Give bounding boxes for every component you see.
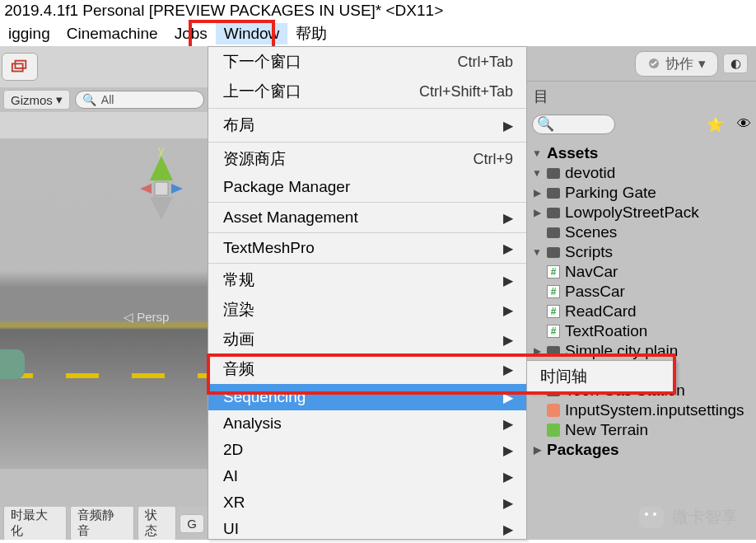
panel-extra-button[interactable]: ◐: [723, 54, 748, 73]
road-line: [0, 373, 208, 378]
scene-search-input[interactable]: 🔍 All: [75, 91, 204, 109]
axis-y-label: y: [158, 143, 165, 157]
tree-navcar[interactable]: #NavCar: [532, 262, 756, 282]
car-model: [0, 349, 25, 379]
tree-passcar[interactable]: #PassCar: [532, 282, 756, 302]
menu-help[interactable]: 帮助: [287, 21, 335, 46]
chevron-right-icon: ▶: [503, 495, 513, 511]
scene-viewport[interactable]: y ◁ Persp: [0, 138, 208, 469]
chevron-right-icon: ▶: [503, 390, 513, 405]
csharp-icon: #: [547, 285, 560, 298]
menu-sequencing[interactable]: Sequencing▶: [208, 384, 526, 410]
chevron-right-icon: ▶: [503, 332, 513, 348]
menu-jobs[interactable]: Jobs: [166, 23, 216, 44]
filter-favorites-icon[interactable]: ⭐: [707, 116, 724, 133]
tree-parking-gate[interactable]: ▶Parking Gate: [532, 183, 756, 203]
status-button[interactable]: 状态: [138, 507, 177, 540]
svg-marker-5: [171, 184, 183, 194]
window-title: 2019.4.1f1 Personal [PREVIEW PACKAGES IN…: [4, 2, 443, 19]
tree-readcard[interactable]: #ReadCard: [532, 302, 756, 321]
tree-lowpoly[interactable]: ▶LowpolyStreetPack: [532, 203, 756, 222]
menu-textmeshpro[interactable]: TextMeshPro▶: [208, 235, 526, 261]
svg-marker-2: [150, 156, 173, 180]
tree-textroation[interactable]: #TextRoation: [532, 321, 756, 341]
chevron-down-icon: ▾: [56, 92, 63, 107]
panel-title-placeholder: 目: [534, 87, 548, 106]
folder-icon: [547, 208, 560, 218]
menu-general[interactable]: 常规▶: [208, 265, 526, 295]
settings-asset-icon: [547, 404, 560, 417]
g-button[interactable]: G: [180, 514, 204, 533]
watermark: 微卡智享: [639, 506, 738, 528]
menu-animation[interactable]: 动画▶: [208, 325, 526, 354]
csharp-icon: #: [547, 305, 560, 318]
maximize-button[interactable]: 时最大化: [3, 507, 67, 540]
chevron-right-icon: ▶: [503, 210, 513, 226]
tree-devotid[interactable]: ▼devotid: [532, 163, 756, 183]
menu-rigging[interactable]: igging: [0, 23, 58, 44]
chevron-right-icon: ▶: [503, 362, 513, 377]
menu-prev-window[interactable]: 上一个窗口Ctrl+Shift+Tab: [208, 77, 526, 106]
tree-simplecity[interactable]: ▶Simple city plain: [532, 341, 756, 361]
folder-icon: [547, 247, 560, 258]
chevron-down-icon: ▾: [698, 55, 706, 73]
menu-layout[interactable]: 布局▶: [208, 110, 526, 140]
tree-assets[interactable]: ▼Assets: [532, 143, 756, 163]
menu-xr[interactable]: XR▶: [208, 489, 526, 516]
orientation-gizmo[interactable]: y: [140, 143, 206, 258]
folder-icon: [547, 168, 560, 179]
scene-bottom-controls: 时最大化 音频静音 状态 G: [0, 507, 208, 540]
svg-rect-3: [155, 182, 168, 195]
menu-ai[interactable]: AI▶: [208, 463, 526, 489]
menubar: igging Cinemachine Jobs Window 帮助: [0, 21, 756, 46]
menu-rendering[interactable]: 渲染▶: [208, 295, 526, 325]
csharp-icon: #: [547, 325, 560, 338]
project-panel: 协作 ▾ ◐ 目 🔍 ⭐ 👁 ▼Assets ▼devotid ▶Parking…: [527, 46, 756, 540]
filter-hidden-icon[interactable]: 👁: [737, 116, 751, 133]
project-tree: ▼Assets ▼devotid ▶Parking Gate ▶LowpolyS…: [527, 138, 756, 460]
menu-asset-management[interactable]: Asset Management▶: [208, 204, 526, 231]
csharp-icon: #: [547, 265, 560, 279]
chevron-right-icon: ▶: [503, 416, 513, 432]
svg-marker-6: [150, 197, 173, 220]
project-search-input[interactable]: 🔍: [532, 115, 615, 134]
window-dropdown: 下一个窗口Ctrl+Tab 上一个窗口Ctrl+Shift+Tab 布局▶ 资源…: [208, 46, 527, 540]
menu-window[interactable]: Window: [216, 23, 288, 44]
menu-asset-store[interactable]: 资源商店Ctrl+9: [208, 144, 526, 174]
tree-scenes[interactable]: Scenes: [532, 222, 756, 242]
menu-cinemachine[interactable]: Cinemachine: [58, 23, 166, 44]
chevron-right-icon: ▶: [503, 469, 513, 484]
chevron-right-icon: ▶: [503, 442, 513, 458]
folder-icon: [547, 346, 560, 357]
tree-inputsystem[interactable]: InputSystem.inputsettings: [532, 400, 756, 420]
search-placeholder: All: [101, 93, 114, 106]
menu-next-window[interactable]: 下一个窗口Ctrl+Tab: [208, 47, 526, 77]
tool-icon[interactable]: [2, 53, 38, 81]
chevron-right-icon: ▶: [503, 273, 513, 288]
perspective-label: ◁ Persp: [124, 310, 169, 325]
folder-icon: [547, 188, 560, 199]
gizmos-button[interactable]: Gizmos ▾: [3, 90, 70, 110]
menu-2d[interactable]: 2D▶: [208, 437, 526, 463]
tree-newterrain[interactable]: New Terrain: [532, 420, 756, 440]
folder-icon: [547, 227, 560, 238]
menu-package-manager[interactable]: Package Manager: [208, 174, 526, 200]
chevron-right-icon: ▶: [503, 522, 513, 537]
scene-view: Gizmos ▾ 🔍 All y ◁ Persp 时最大化 音频静: [0, 46, 208, 540]
terrain-icon: [547, 424, 560, 437]
collab-button[interactable]: 协作 ▾: [635, 51, 718, 77]
tree-packages[interactable]: ▶Packages: [532, 440, 756, 460]
sequencing-submenu: 时间轴: [526, 360, 677, 393]
submenu-timeline[interactable]: 时间轴: [527, 361, 676, 392]
chevron-right-icon: ▶: [503, 241, 513, 256]
tree-scripts[interactable]: ▼Scripts: [532, 242, 756, 262]
chevron-right-icon: ▶: [503, 302, 513, 318]
menu-ui[interactable]: UI▶: [208, 516, 526, 542]
menu-analysis[interactable]: Analysis▶: [208, 410, 526, 437]
menu-audio[interactable]: 音频▶: [208, 354, 526, 384]
mute-button[interactable]: 音频静音: [70, 507, 133, 540]
wechat-icon: [639, 507, 664, 528]
cloud-check-icon: [647, 57, 660, 70]
search-icon: 🔍: [82, 93, 96, 106]
svg-marker-4: [140, 184, 152, 194]
